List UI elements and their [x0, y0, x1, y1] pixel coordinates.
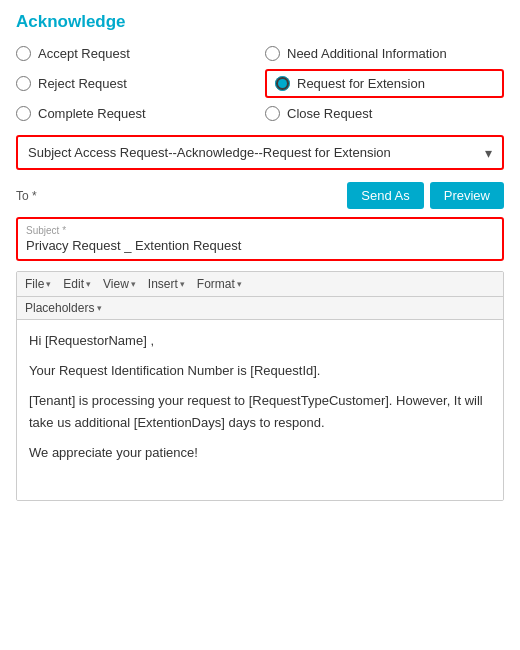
radio-close[interactable]: Close Request	[265, 106, 504, 121]
email-line4: We appreciate your patience!	[29, 442, 491, 464]
toolbar-file-label: File	[25, 277, 44, 291]
radio-reject-input[interactable]	[16, 76, 31, 91]
action-buttons: Send As Preview	[347, 182, 504, 209]
radio-complete-input[interactable]	[16, 106, 31, 121]
toolbar-view-label: View	[103, 277, 129, 291]
radio-need-info[interactable]: Need Additional Information	[265, 46, 504, 61]
template-dropdown-wrapper: Subject Access Request--Acknowledge--Req…	[16, 135, 504, 170]
to-row: To * Send As Preview	[16, 182, 504, 209]
radio-extension-highlighted[interactable]: Request for Extension	[265, 69, 504, 98]
editor-toolbar-row2: Placeholders ▾	[17, 297, 503, 320]
preview-button[interactable]: Preview	[430, 182, 504, 209]
subject-label: Subject *	[26, 225, 494, 236]
radio-reject-label: Reject Request	[38, 76, 127, 91]
radio-complete[interactable]: Complete Request	[16, 106, 255, 121]
page-title: Acknowledge	[16, 12, 504, 32]
toolbar-menus: File ▾ Edit ▾ View ▾ Insert ▾ Format ▾	[25, 277, 242, 291]
toolbar-insert-label: Insert	[148, 277, 178, 291]
template-dropdown[interactable]: Subject Access Request--Acknowledge--Req…	[18, 137, 502, 168]
email-editor: File ▾ Edit ▾ View ▾ Insert ▾ Format ▾	[16, 271, 504, 501]
radio-close-input[interactable]	[265, 106, 280, 121]
send-as-button[interactable]: Send As	[347, 182, 423, 209]
toolbar-format[interactable]: Format ▾	[197, 277, 242, 291]
view-caret-icon: ▾	[131, 279, 136, 289]
format-caret-icon: ▾	[237, 279, 242, 289]
insert-caret-icon: ▾	[180, 279, 185, 289]
email-line1: Hi [RequestorName] ,	[29, 330, 491, 352]
radio-extension-label: Request for Extension	[297, 76, 425, 91]
file-caret-icon: ▾	[46, 279, 51, 289]
toolbar-format-label: Format	[197, 277, 235, 291]
toolbar-insert[interactable]: Insert ▾	[148, 277, 185, 291]
radio-extension-input[interactable]	[275, 76, 290, 91]
subject-value: Privacy Request _ Extention Request	[26, 238, 494, 253]
email-line3: [Tenant] is processing your request to […	[29, 390, 491, 434]
radio-options-grid: Accept Request Need Additional Informati…	[16, 46, 504, 121]
to-label: To *	[16, 189, 37, 203]
toolbar-file[interactable]: File ▾	[25, 277, 51, 291]
editor-toolbar-row1: File ▾ Edit ▾ View ▾ Insert ▾ Format ▾	[17, 272, 503, 297]
email-body[interactable]: Hi [RequestorName] , Your Request Identi…	[17, 320, 503, 500]
placeholders-label: Placeholders	[25, 301, 94, 315]
edit-caret-icon: ▾	[86, 279, 91, 289]
toolbar-view[interactable]: View ▾	[103, 277, 136, 291]
radio-need-info-label: Need Additional Information	[287, 46, 447, 61]
radio-accept-input[interactable]	[16, 46, 31, 61]
radio-need-info-input[interactable]	[265, 46, 280, 61]
radio-reject[interactable]: Reject Request	[16, 69, 255, 98]
radio-close-label: Close Request	[287, 106, 372, 121]
toolbar-edit-label: Edit	[63, 277, 84, 291]
email-line2: Your Request Identification Number is [R…	[29, 360, 491, 382]
radio-accept-label: Accept Request	[38, 46, 130, 61]
placeholders-button[interactable]: Placeholders ▾	[25, 301, 495, 315]
placeholders-caret-icon: ▾	[97, 303, 102, 313]
radio-complete-label: Complete Request	[38, 106, 146, 121]
subject-field-wrapper: Subject * Privacy Request _ Extention Re…	[16, 217, 504, 261]
radio-accept[interactable]: Accept Request	[16, 46, 255, 61]
toolbar-edit[interactable]: Edit ▾	[63, 277, 91, 291]
